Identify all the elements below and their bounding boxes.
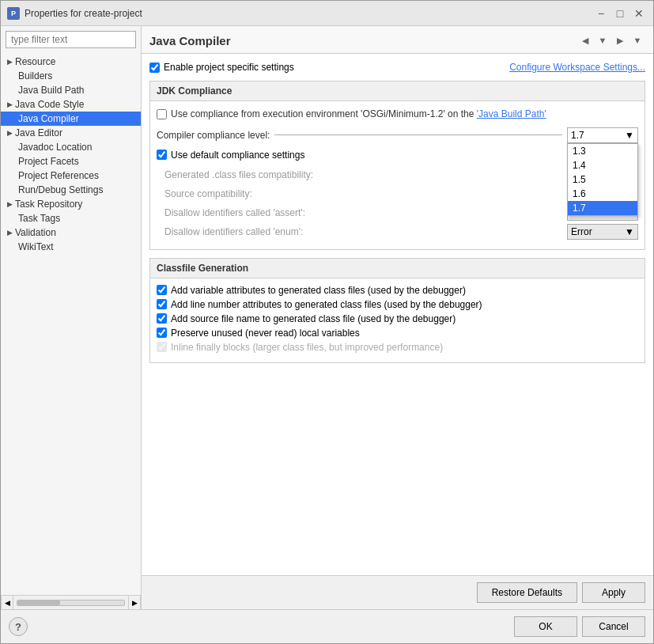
compiler-level-dropdown-container: 1.7 ▼ 1.3 1.4 1.5 1.6 1.7 (567, 127, 638, 143)
panel-title: Java Compiler (149, 34, 231, 47)
inline-finally-checkbox (157, 342, 167, 352)
preserve-unused-checkbox[interactable] (157, 328, 167, 338)
nav-buttons: ◀ ▼ ▶ ▼ (577, 32, 645, 48)
var-attrs-checkbox[interactable] (157, 285, 167, 295)
java-build-path-link[interactable]: 'Java Build Path' (477, 108, 546, 119)
scroll-right-button[interactable]: ▶ (128, 596, 141, 610)
sidebar-item-validation[interactable]: ▶ Validation (1, 225, 141, 240)
enum-dropdown-arrow: ▼ (625, 226, 634, 237)
sidebar-item-task-tags[interactable]: Task Tags (1, 211, 141, 225)
var-attrs-label: Add variable attributes to generated cla… (171, 285, 466, 296)
use-default-label: Use default compliance settings (171, 150, 304, 161)
enable-project-settings-checkbox[interactable] (149, 63, 160, 73)
sidebar-item-java-editor[interactable]: ▶ Java Editor (1, 126, 141, 140)
title-bar: P Properties for create-project − □ ✕ (1, 1, 653, 26)
disallow-enum-label: Disallow identifiers called 'enum': (157, 226, 567, 237)
use-default-checkbox[interactable] (157, 150, 167, 160)
nav-forward-button[interactable]: ▶ (612, 32, 628, 48)
nav-forward-dropdown-button[interactable]: ▼ (629, 32, 645, 48)
settings-header: Enable project specific settings Configu… (149, 62, 645, 73)
sidebar-item-java-build-path[interactable]: Java Build Path (1, 83, 141, 97)
sidebar-item-task-repository[interactable]: ▶ Task Repository (1, 197, 141, 211)
option-1-3[interactable]: 1.3 (568, 144, 637, 158)
dropdown-arrow-icon: ▼ (625, 130, 634, 141)
compiler-level-row: Compiler compliance level: 1.7 ▼ (157, 127, 638, 143)
sidebar-scrollbar: ◀ ▶ (1, 595, 141, 609)
option-1-5[interactable]: 1.5 (568, 172, 637, 187)
main-window: P Properties for create-project − □ ✕ ▶ … (0, 0, 654, 644)
sidebar-item-java-code-style[interactable]: ▶ Java Code Style (1, 97, 141, 112)
use-default-row: Use default compliance settings (157, 150, 638, 161)
selected-level: 1.7 (571, 130, 584, 141)
disallow-enum-dropdown[interactable]: Error ▼ (567, 224, 638, 240)
sidebar-item-java-compiler[interactable]: Java Compiler (1, 112, 141, 126)
main-content: Enable project specific settings Configu… (142, 54, 653, 575)
classfile-gen-section: Classfile Generation Add variable attrib… (149, 258, 645, 363)
content-area: ▶ Resource Builders Java Build Path ▶ Ja… (1, 26, 653, 609)
classfile-gen-body: Add variable attributes to generated cla… (150, 278, 645, 362)
classfile-gen-title: Classfile Generation (150, 259, 645, 278)
scroll-track[interactable] (17, 600, 125, 606)
enum-value: Error (571, 226, 592, 237)
sidebar-item-run-debug[interactable]: Run/Debug Settings (1, 183, 141, 197)
nav-back-button[interactable]: ◀ (577, 32, 593, 48)
expand-icon (7, 113, 18, 124)
source-name-checkbox[interactable] (157, 313, 167, 324)
sidebar-item-resource[interactable]: ▶ Resource (1, 55, 141, 69)
source-compat-row: Source compatibility: ▼ (157, 186, 638, 202)
expand-icon: ▶ (4, 127, 15, 138)
expand-icon (7, 184, 18, 195)
help-button[interactable]: ? (9, 617, 28, 636)
nav-dropdown-button[interactable]: ▼ (595, 32, 611, 48)
separator-line (274, 134, 562, 135)
cancel-button[interactable]: Cancel (582, 616, 645, 637)
expand-icon (7, 156, 18, 167)
window-icon: P (7, 7, 20, 20)
line-attrs-checkbox[interactable] (157, 299, 167, 309)
compiler-level-dropdown-trigger[interactable]: 1.7 ▼ (567, 127, 638, 143)
expand-icon (7, 170, 18, 181)
title-bar-left: P Properties for create-project (7, 7, 142, 20)
sidebar-item-project-facets[interactable]: Project Facets (1, 154, 141, 169)
env-text: Use compliance from execution environmen… (171, 108, 546, 121)
sidebar-tree: ▶ Resource Builders Java Build Path ▶ Ja… (1, 53, 141, 595)
apply-button[interactable]: Apply (582, 582, 645, 603)
configure-workspace-link[interactable]: Configure Workspace Settings... (509, 62, 645, 73)
var-attrs-row: Add variable attributes to generated cla… (157, 285, 638, 296)
line-attrs-row: Add line number attributes to generated … (157, 299, 638, 310)
expand-icon (7, 213, 18, 224)
main-panel: Java Compiler ◀ ▼ ▶ ▼ Enable project spe… (142, 26, 653, 609)
main-header: Java Compiler ◀ ▼ ▶ ▼ (142, 26, 653, 54)
enable-settings-row: Enable project specific settings (149, 62, 294, 73)
close-button[interactable]: ✕ (631, 6, 647, 21)
preserve-unused-row: Preserve unused (never read) local varia… (157, 328, 638, 339)
sidebar-item-javadoc-location[interactable]: Javadoc Location (1, 140, 141, 154)
enable-project-settings-label: Enable project specific settings (164, 62, 294, 73)
env-checkbox[interactable] (157, 109, 167, 119)
disallow-assert-label: Disallow identifiers called 'assert': (157, 207, 567, 218)
filter-input[interactable] (6, 31, 136, 48)
expand-icon: ▶ (4, 227, 15, 238)
source-compat-label: Source compatibility: (157, 188, 567, 199)
compiler-level-dropdown-options: 1.3 1.4 1.5 1.6 1.7 (567, 143, 638, 216)
sidebar-item-builders[interactable]: Builders (1, 69, 141, 83)
expand-icon: ▶ (4, 56, 15, 67)
scroll-thumb (17, 600, 60, 605)
inline-finally-label: Inline finally blocks (larger class file… (171, 342, 443, 353)
minimize-button[interactable]: − (593, 6, 609, 21)
option-1-6[interactable]: 1.6 (568, 187, 637, 201)
scroll-left-button[interactable]: ◀ (1, 596, 13, 610)
disallow-enum-row: Disallow identifiers called 'enum': Erro… (157, 224, 638, 240)
sidebar-item-wikitext[interactable]: WikiText (1, 240, 141, 254)
option-1-7[interactable]: 1.7 (568, 201, 637, 215)
expand-icon: ▶ (4, 99, 15, 110)
ok-button[interactable]: OK (514, 616, 577, 637)
compiler-level-label: Compiler compliance level: (157, 130, 270, 141)
sidebar-item-project-references[interactable]: Project References (1, 169, 141, 183)
generated-class-label: Generated .class files compatibility: (157, 169, 567, 180)
jdk-compliance-body: Use compliance from execution environmen… (150, 101, 645, 249)
restore-defaults-button[interactable]: Restore Defaults (477, 582, 577, 603)
option-1-4[interactable]: 1.4 (568, 158, 637, 172)
maximize-button[interactable]: □ (612, 6, 628, 21)
bottom-action-bar: Restore Defaults Apply (142, 575, 653, 609)
